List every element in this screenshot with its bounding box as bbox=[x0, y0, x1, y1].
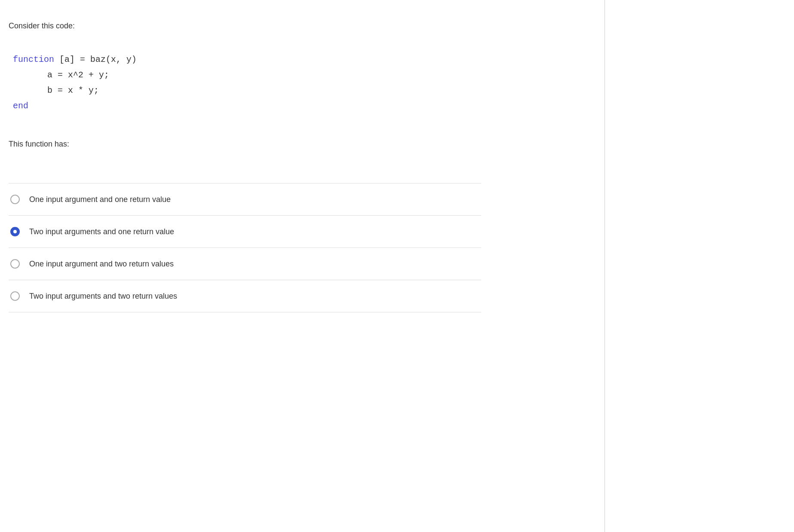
radio-4[interactable] bbox=[10, 291, 20, 301]
option-label-4: Two input arguments and two return value… bbox=[29, 292, 177, 301]
divider-right bbox=[605, 0, 605, 532]
code-line-2: a = x^2 + y; bbox=[13, 67, 481, 83]
option-row-1[interactable]: One input argument and one return value bbox=[9, 183, 481, 216]
option-label-3: One input argument and two return values bbox=[29, 260, 174, 269]
radio-wrapper-2[interactable] bbox=[9, 225, 21, 238]
keyword-function: function bbox=[13, 55, 54, 64]
option-row-3[interactable]: One input argument and two return values bbox=[9, 248, 481, 280]
radio-3[interactable] bbox=[10, 259, 20, 269]
option-label-2: Two input arguments and one return value bbox=[29, 227, 174, 236]
radio-2[interactable] bbox=[10, 227, 20, 236]
code-line1-rest: [a] = baz(x, y) bbox=[54, 55, 137, 64]
radio-1[interactable] bbox=[10, 195, 20, 204]
code-line2-text: a = x^2 + y; bbox=[47, 70, 109, 80]
code-line3-text: b = x * y; bbox=[47, 86, 99, 95]
consider-text: Consider this code: bbox=[9, 21, 481, 31]
radio-inner-2 bbox=[13, 230, 17, 233]
this-function-text: This function has: bbox=[9, 140, 481, 149]
keyword-end: end bbox=[13, 101, 28, 111]
code-line-1: function [a] = baz(x, y) bbox=[13, 52, 481, 67]
radio-wrapper-3[interactable] bbox=[9, 257, 21, 270]
code-line-3: b = x * y; bbox=[13, 83, 481, 98]
option-row-2[interactable]: Two input arguments and one return value bbox=[9, 216, 481, 248]
radio-wrapper-1[interactable] bbox=[9, 193, 21, 206]
main-content: Consider this code: function [a] = baz(x… bbox=[0, 0, 490, 334]
code-block: function [a] = baz(x, y) a = x^2 + y; b … bbox=[9, 52, 481, 114]
radio-wrapper-4[interactable] bbox=[9, 290, 21, 303]
code-line-4: end bbox=[13, 98, 481, 114]
options-container: One input argument and one return value … bbox=[9, 183, 481, 312]
option-row-4[interactable]: Two input arguments and two return value… bbox=[9, 280, 481, 312]
option-label-1: One input argument and one return value bbox=[29, 195, 171, 204]
